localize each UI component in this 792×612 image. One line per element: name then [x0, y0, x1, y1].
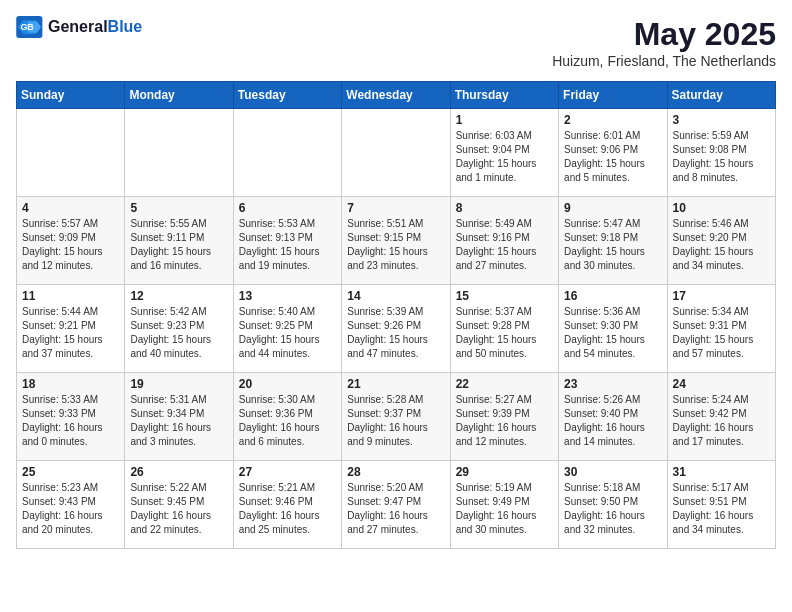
calendar-week-row: 1Sunrise: 6:03 AMSunset: 9:04 PMDaylight… [17, 109, 776, 197]
calendar-cell: 27Sunrise: 5:21 AMSunset: 9:46 PMDayligh… [233, 461, 341, 549]
cell-info: Sunrise: 5:37 AMSunset: 9:28 PMDaylight:… [456, 305, 553, 361]
cell-info: Sunrise: 5:42 AMSunset: 9:23 PMDaylight:… [130, 305, 227, 361]
day-number: 25 [22, 465, 119, 479]
day-number: 22 [456, 377, 553, 391]
cell-info: Sunrise: 5:36 AMSunset: 9:30 PMDaylight:… [564, 305, 661, 361]
cell-info: Sunrise: 5:31 AMSunset: 9:34 PMDaylight:… [130, 393, 227, 449]
title-block: May 2025 Huizum, Friesland, The Netherla… [552, 16, 776, 69]
weekday-header: Sunday [17, 82, 125, 109]
calendar-cell [125, 109, 233, 197]
day-number: 6 [239, 201, 336, 215]
day-number: 10 [673, 201, 770, 215]
cell-info: Sunrise: 5:55 AMSunset: 9:11 PMDaylight:… [130, 217, 227, 273]
calendar-cell: 24Sunrise: 5:24 AMSunset: 9:42 PMDayligh… [667, 373, 775, 461]
calendar-cell: 16Sunrise: 5:36 AMSunset: 9:30 PMDayligh… [559, 285, 667, 373]
calendar-cell: 13Sunrise: 5:40 AMSunset: 9:25 PMDayligh… [233, 285, 341, 373]
cell-info: Sunrise: 5:26 AMSunset: 9:40 PMDaylight:… [564, 393, 661, 449]
calendar-cell: 25Sunrise: 5:23 AMSunset: 9:43 PMDayligh… [17, 461, 125, 549]
day-number: 27 [239, 465, 336, 479]
calendar-cell: 11Sunrise: 5:44 AMSunset: 9:21 PMDayligh… [17, 285, 125, 373]
calendar-cell: 19Sunrise: 5:31 AMSunset: 9:34 PMDayligh… [125, 373, 233, 461]
calendar-week-row: 18Sunrise: 5:33 AMSunset: 9:33 PMDayligh… [17, 373, 776, 461]
cell-info: Sunrise: 5:24 AMSunset: 9:42 PMDaylight:… [673, 393, 770, 449]
calendar-week-row: 4Sunrise: 5:57 AMSunset: 9:09 PMDaylight… [17, 197, 776, 285]
calendar-body: 1Sunrise: 6:03 AMSunset: 9:04 PMDaylight… [17, 109, 776, 549]
cell-info: Sunrise: 5:51 AMSunset: 9:15 PMDaylight:… [347, 217, 444, 273]
month-title: May 2025 [552, 16, 776, 53]
calendar-cell: 17Sunrise: 5:34 AMSunset: 9:31 PMDayligh… [667, 285, 775, 373]
day-number: 7 [347, 201, 444, 215]
calendar-cell [342, 109, 450, 197]
cell-info: Sunrise: 5:59 AMSunset: 9:08 PMDaylight:… [673, 129, 770, 185]
day-number: 17 [673, 289, 770, 303]
location-title: Huizum, Friesland, The Netherlands [552, 53, 776, 69]
logo: GB GeneralBlue [16, 16, 142, 38]
day-number: 26 [130, 465, 227, 479]
calendar-cell: 3Sunrise: 5:59 AMSunset: 9:08 PMDaylight… [667, 109, 775, 197]
calendar-cell: 6Sunrise: 5:53 AMSunset: 9:13 PMDaylight… [233, 197, 341, 285]
day-number: 5 [130, 201, 227, 215]
weekday-header: Tuesday [233, 82, 341, 109]
logo-icon: GB [16, 16, 44, 38]
cell-info: Sunrise: 5:22 AMSunset: 9:45 PMDaylight:… [130, 481, 227, 537]
day-number: 3 [673, 113, 770, 127]
logo-general: General [48, 18, 108, 35]
page-header: GB GeneralBlue May 2025 Huizum, Frieslan… [16, 16, 776, 69]
weekday-header: Saturday [667, 82, 775, 109]
cell-info: Sunrise: 5:33 AMSunset: 9:33 PMDaylight:… [22, 393, 119, 449]
day-number: 19 [130, 377, 227, 391]
calendar-cell: 31Sunrise: 5:17 AMSunset: 9:51 PMDayligh… [667, 461, 775, 549]
cell-info: Sunrise: 5:21 AMSunset: 9:46 PMDaylight:… [239, 481, 336, 537]
cell-info: Sunrise: 6:03 AMSunset: 9:04 PMDaylight:… [456, 129, 553, 185]
calendar-cell: 21Sunrise: 5:28 AMSunset: 9:37 PMDayligh… [342, 373, 450, 461]
cell-info: Sunrise: 5:18 AMSunset: 9:50 PMDaylight:… [564, 481, 661, 537]
calendar-cell: 22Sunrise: 5:27 AMSunset: 9:39 PMDayligh… [450, 373, 558, 461]
day-number: 4 [22, 201, 119, 215]
day-number: 24 [673, 377, 770, 391]
cell-info: Sunrise: 5:30 AMSunset: 9:36 PMDaylight:… [239, 393, 336, 449]
calendar-cell: 4Sunrise: 5:57 AMSunset: 9:09 PMDaylight… [17, 197, 125, 285]
logo-blue: Blue [108, 18, 143, 35]
day-number: 13 [239, 289, 336, 303]
day-number: 9 [564, 201, 661, 215]
day-number: 21 [347, 377, 444, 391]
calendar-cell: 28Sunrise: 5:20 AMSunset: 9:47 PMDayligh… [342, 461, 450, 549]
calendar-cell: 10Sunrise: 5:46 AMSunset: 9:20 PMDayligh… [667, 197, 775, 285]
day-number: 29 [456, 465, 553, 479]
calendar-cell: 2Sunrise: 6:01 AMSunset: 9:06 PMDaylight… [559, 109, 667, 197]
calendar-week-row: 25Sunrise: 5:23 AMSunset: 9:43 PMDayligh… [17, 461, 776, 549]
cell-info: Sunrise: 5:40 AMSunset: 9:25 PMDaylight:… [239, 305, 336, 361]
day-number: 11 [22, 289, 119, 303]
day-number: 23 [564, 377, 661, 391]
day-number: 30 [564, 465, 661, 479]
day-number: 14 [347, 289, 444, 303]
cell-info: Sunrise: 5:53 AMSunset: 9:13 PMDaylight:… [239, 217, 336, 273]
cell-info: Sunrise: 5:27 AMSunset: 9:39 PMDaylight:… [456, 393, 553, 449]
calendar-cell: 14Sunrise: 5:39 AMSunset: 9:26 PMDayligh… [342, 285, 450, 373]
cell-info: Sunrise: 5:57 AMSunset: 9:09 PMDaylight:… [22, 217, 119, 273]
cell-info: Sunrise: 5:34 AMSunset: 9:31 PMDaylight:… [673, 305, 770, 361]
cell-info: Sunrise: 5:19 AMSunset: 9:49 PMDaylight:… [456, 481, 553, 537]
weekday-header: Wednesday [342, 82, 450, 109]
cell-info: Sunrise: 5:44 AMSunset: 9:21 PMDaylight:… [22, 305, 119, 361]
day-number: 28 [347, 465, 444, 479]
cell-info: Sunrise: 5:17 AMSunset: 9:51 PMDaylight:… [673, 481, 770, 537]
calendar-week-row: 11Sunrise: 5:44 AMSunset: 9:21 PMDayligh… [17, 285, 776, 373]
calendar-cell: 15Sunrise: 5:37 AMSunset: 9:28 PMDayligh… [450, 285, 558, 373]
calendar-cell: 1Sunrise: 6:03 AMSunset: 9:04 PMDaylight… [450, 109, 558, 197]
calendar-cell: 7Sunrise: 5:51 AMSunset: 9:15 PMDaylight… [342, 197, 450, 285]
calendar-cell: 8Sunrise: 5:49 AMSunset: 9:16 PMDaylight… [450, 197, 558, 285]
calendar-cell [233, 109, 341, 197]
calendar-table: SundayMondayTuesdayWednesdayThursdayFrid… [16, 81, 776, 549]
weekday-header: Thursday [450, 82, 558, 109]
calendar-cell [17, 109, 125, 197]
cell-info: Sunrise: 5:46 AMSunset: 9:20 PMDaylight:… [673, 217, 770, 273]
calendar-cell: 9Sunrise: 5:47 AMSunset: 9:18 PMDaylight… [559, 197, 667, 285]
cell-info: Sunrise: 5:23 AMSunset: 9:43 PMDaylight:… [22, 481, 119, 537]
calendar-cell: 20Sunrise: 5:30 AMSunset: 9:36 PMDayligh… [233, 373, 341, 461]
day-number: 20 [239, 377, 336, 391]
cell-info: Sunrise: 5:47 AMSunset: 9:18 PMDaylight:… [564, 217, 661, 273]
day-number: 18 [22, 377, 119, 391]
calendar-header: SundayMondayTuesdayWednesdayThursdayFrid… [17, 82, 776, 109]
cell-info: Sunrise: 5:20 AMSunset: 9:47 PMDaylight:… [347, 481, 444, 537]
